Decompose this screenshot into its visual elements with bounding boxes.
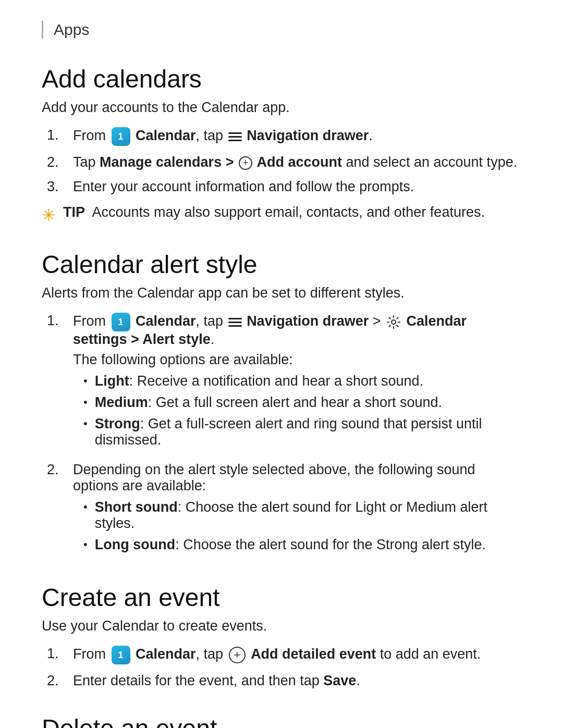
sound-options-list: Short sound: Choose the alert sound for … — [83, 499, 521, 553]
list-item-content: From Calendar, tap Navigation drawer > — [73, 313, 521, 453]
list-item: From Calendar, tap Navigation drawer. — [47, 127, 521, 146]
svg-point-0 — [391, 320, 396, 324]
header-bar: Apps — [42, 21, 521, 39]
calendar-app-icon — [112, 646, 130, 664]
list-item: Tap Manage calendars > + Add account and… — [47, 154, 521, 170]
gear-icon — [386, 314, 401, 330]
section-add-calendars: Add calendars Add your accounts to the C… — [42, 65, 521, 225]
list-item: Light: Receive a notification and hear a… — [83, 373, 521, 389]
tip-box: ✳ TIP Accounts may also support email, c… — [42, 204, 521, 225]
add-calendars-title: Add calendars — [42, 65, 521, 93]
list-item: From Calendar, tap + Add detailed event … — [47, 646, 521, 664]
calendar-app-icon — [112, 127, 130, 146]
alert-options-list: Light: Receive a notification and hear a… — [83, 373, 521, 448]
section-calendar-alert: Calendar alert style Alerts from the Cal… — [42, 250, 521, 558]
list-item: Strong: Get a full-screen alert and ring… — [83, 416, 521, 448]
list-item: Short sound: Choose the alert sound for … — [83, 499, 521, 532]
navigation-drawer-icon — [228, 316, 242, 328]
create-event-list: From Calendar, tap + Add detailed event … — [42, 646, 521, 689]
list-item: From Calendar, tap Navigation drawer > — [47, 313, 521, 453]
options-intro: The following options are available: — [73, 352, 521, 368]
list-item: Medium: Get a full screen alert and hear… — [83, 394, 521, 411]
delete-event-title: Delete an event — [42, 714, 521, 728]
list-item: Depending on the alert style selected ab… — [47, 462, 521, 558]
list-item-content: From Calendar, tap Navigation drawer. — [73, 127, 521, 146]
add-calendars-list: From Calendar, tap Navigation drawer. Ta… — [42, 127, 521, 195]
calendar-app-icon — [112, 313, 130, 331]
list-item: Enter details for the event, and then ta… — [47, 673, 521, 689]
calendar-alert-list: From Calendar, tap Navigation drawer > — [42, 313, 521, 558]
section-create-event: Create an event Use your Calendar to cre… — [42, 583, 521, 689]
list-item-content: Tap Manage calendars > + Add account and… — [73, 154, 521, 170]
calendar-alert-subtitle: Alerts from the Calendar app can be set … — [42, 285, 521, 301]
tip-lightbulb-icon: ✳ — [42, 205, 56, 225]
plus-circle-icon: + — [229, 647, 246, 663]
list-item: Enter your account information and follo… — [47, 179, 521, 195]
section-delete-event: Delete an event Delete events from your … — [42, 714, 521, 728]
plus-inline-icon: + — [239, 156, 252, 170]
add-calendars-subtitle: Add your accounts to the Calendar app. — [42, 100, 521, 116]
tip-text: TIP Accounts may also support email, con… — [63, 204, 485, 220]
page-container: Apps Add calendars Add your accounts to … — [0, 0, 563, 728]
header-title: Apps — [54, 21, 89, 38]
list-item-content: Depending on the alert style selected ab… — [73, 462, 521, 558]
calendar-alert-title: Calendar alert style — [42, 250, 521, 279]
list-item-content: Enter your account information and follo… — [73, 179, 521, 195]
list-item: Long sound: Choose the alert sound for t… — [83, 537, 521, 553]
navigation-drawer-icon — [228, 131, 242, 142]
list-item-content: Enter details for the event, and then ta… — [73, 673, 521, 689]
list-item-content: From Calendar, tap + Add detailed event … — [73, 646, 521, 664]
create-event-title: Create an event — [42, 583, 521, 612]
create-event-subtitle: Use your Calendar to create events. — [42, 618, 521, 634]
